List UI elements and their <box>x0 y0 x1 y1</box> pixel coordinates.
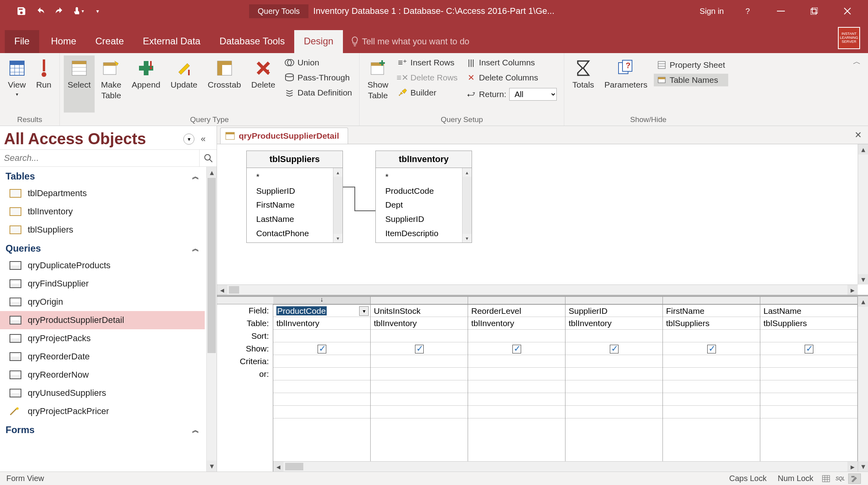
show-checkbox[interactable] <box>610 345 619 353</box>
cell-criteria[interactable] <box>565 355 662 368</box>
field-item-pk[interactable]: SupplierID <box>256 184 331 198</box>
save-icon[interactable] <box>16 6 27 17</box>
close-icon[interactable] <box>838 0 857 22</box>
scroll-down-icon[interactable]: ▾ <box>207 460 217 472</box>
cell-or[interactable] <box>273 368 370 380</box>
close-document-icon[interactable]: ✕ <box>855 130 862 140</box>
cell-show[interactable] <box>760 342 857 355</box>
tab-create[interactable]: Create <box>86 30 133 53</box>
nav-item-qryreordernow[interactable]: qryReorderNow <box>0 366 205 384</box>
delete-query-button[interactable]: Delete <box>247 55 280 113</box>
union-button[interactable]: Union <box>282 56 355 69</box>
cell-blank[interactable] <box>273 380 370 393</box>
property-sheet-button[interactable]: Property Sheet <box>654 59 728 71</box>
column-selector[interactable] <box>371 296 468 304</box>
cell-or[interactable] <box>468 368 565 380</box>
qbe-vscroll[interactable]: ▴▾ <box>858 296 868 472</box>
cell-criteria[interactable] <box>760 355 857 368</box>
column-selector[interactable] <box>468 296 565 304</box>
column-selector[interactable] <box>565 296 662 304</box>
field-item[interactable]: ItemDescriptio <box>385 226 460 241</box>
insert-rows-button[interactable]: ≡⁺Insert Rows <box>395 56 461 69</box>
field-item[interactable]: * <box>256 170 331 184</box>
design-hscroll[interactable]: ◂▸ <box>217 285 858 295</box>
cell-criteria[interactable] <box>371 355 468 368</box>
dropdown-icon[interactable]: ▾ <box>359 306 369 316</box>
update-button[interactable]: Update <box>167 55 202 113</box>
field-item[interactable]: Dept <box>385 198 460 212</box>
view-datasheet-icon[interactable] <box>820 474 832 484</box>
cell-show[interactable] <box>663 342 760 355</box>
cell-sort[interactable] <box>760 330 857 342</box>
cell-sort[interactable] <box>371 330 468 342</box>
delete-columns-button[interactable]: ✕Delete Columns <box>463 71 560 84</box>
crosstab-button[interactable]: Crosstab <box>204 55 245 113</box>
signin-link[interactable]: Sign in <box>700 7 724 16</box>
cell-table[interactable]: tblInventory <box>468 317 565 330</box>
qbe-col-3[interactable]: SupplierIDtblInventory <box>565 296 663 472</box>
cell-blank[interactable] <box>663 406 760 418</box>
insert-columns-button[interactable]: |||Insert Columns <box>463 56 560 69</box>
cell-blank[interactable] <box>565 393 662 406</box>
show-checkbox[interactable] <box>707 345 716 353</box>
show-checkbox[interactable] <box>805 345 813 353</box>
table-box-inventory[interactable]: tblInventory * ProductCode Dept Supplier… <box>375 151 472 243</box>
qbe-col-2[interactable]: ReorderLeveltblInventory <box>468 296 565 472</box>
cell-table[interactable]: tblInventory <box>565 317 662 330</box>
cell-table[interactable]: tblInventory <box>273 317 370 330</box>
qbe-hscroll[interactable]: ◂▸ <box>273 461 858 472</box>
maximize-icon[interactable] <box>805 0 824 22</box>
tab-file[interactable]: File <box>5 30 39 53</box>
view-sql-icon[interactable]: SQL <box>834 474 847 484</box>
cell-blank[interactable] <box>760 380 857 393</box>
return-select[interactable]: All <box>509 88 557 101</box>
field-list[interactable]: * SupplierID FirstName LastName ContactP… <box>247 168 333 242</box>
cell-criteria[interactable] <box>273 355 370 368</box>
design-vscroll[interactable]: ▴▾ <box>858 144 868 285</box>
nav-item-qryproductsupplierdetail[interactable]: qryProductSupplierDetail <box>0 311 205 329</box>
table-box-suppliers[interactable]: tblSuppliers * SupplierID FirstName Last… <box>246 151 343 243</box>
cell-blank[interactable] <box>371 380 468 393</box>
field-item[interactable]: ContactPhone <box>256 226 331 241</box>
field-list[interactable]: * ProductCode Dept SupplierID ItemDescri… <box>376 168 462 242</box>
cell-blank[interactable] <box>663 380 760 393</box>
cell-or[interactable] <box>565 368 662 380</box>
nav-item-qryunusedsuppliers[interactable]: qryUnusedSuppliers <box>0 384 205 402</box>
nav-item-qryorigin[interactable]: qryOrigin <box>0 293 205 311</box>
tell-me-box[interactable]: Tell me what you want to do <box>343 36 838 53</box>
cell-blank[interactable] <box>371 406 468 418</box>
select-query-button[interactable]: Select <box>64 55 95 113</box>
parameters-button[interactable]: ? Parameters <box>600 55 651 113</box>
cell-show[interactable] <box>468 342 565 355</box>
table-names-button[interactable]: Table Names <box>654 74 728 86</box>
cell-sort[interactable] <box>565 330 662 342</box>
nav-item-tblinventory[interactable]: tblInventory <box>0 202 205 221</box>
qbe-col-0[interactable]: ProductCode▾tblInventory <box>273 296 371 472</box>
cell-table[interactable]: tblSuppliers <box>663 317 760 330</box>
cell-sort[interactable] <box>468 330 565 342</box>
field-item[interactable]: SupplierID <box>385 212 460 226</box>
undo-icon[interactable] <box>35 6 46 17</box>
cell-blank[interactable] <box>273 406 370 418</box>
show-checkbox[interactable] <box>512 345 521 353</box>
column-selector[interactable] <box>663 296 760 304</box>
cell-criteria[interactable] <box>663 355 760 368</box>
field-item[interactable]: FirstName <box>256 198 331 212</box>
append-button[interactable]: Append <box>128 55 164 113</box>
nav-vscroll[interactable]: ▴ ▾ <box>206 167 217 472</box>
nav-group-queries[interactable]: Queries︽ <box>0 239 205 256</box>
field-item[interactable]: LastName <box>256 212 331 226</box>
cell-blank[interactable] <box>468 393 565 406</box>
data-definition-button[interactable]: Data Definition <box>282 86 355 99</box>
collapse-ribbon-icon[interactable]: ︿ <box>853 56 862 66</box>
cell-field[interactable]: FirstName <box>663 304 760 317</box>
cell-sort[interactable] <box>273 330 370 342</box>
tab-design[interactable]: Design <box>294 30 343 53</box>
cell-blank[interactable] <box>760 406 857 418</box>
scroll-thumb[interactable] <box>207 178 217 460</box>
passthrough-button[interactable]: Pass-Through <box>282 71 355 84</box>
cell-blank[interactable] <box>565 380 662 393</box>
nav-item-qryduplicateproducts[interactable]: qryDuplicateProducts <box>0 256 205 275</box>
field-item[interactable]: * <box>385 170 460 184</box>
tab-home[interactable]: Home <box>42 30 86 53</box>
